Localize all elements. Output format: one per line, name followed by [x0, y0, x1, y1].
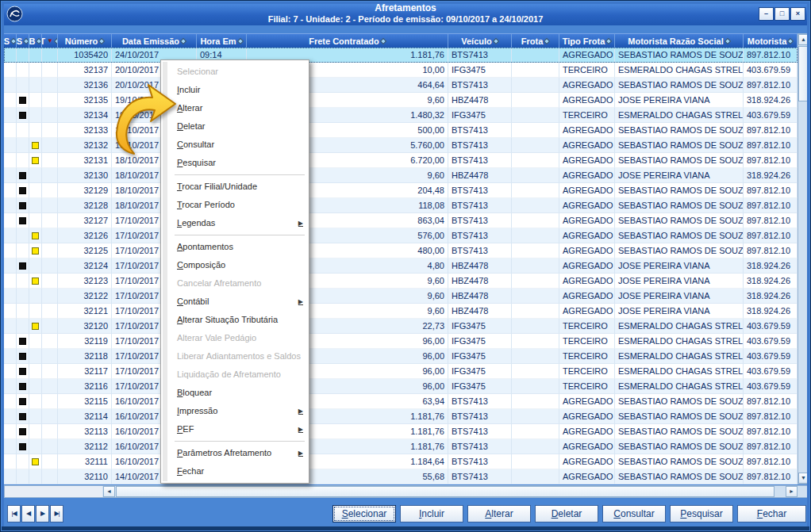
- column-header-s-1[interactable]: S: [17, 34, 29, 48]
- table-row[interactable]: 3212117/10/20179,60HBZ4478AGREGADOJOSE P…: [4, 304, 798, 319]
- deletar-button[interactable]: Deletar: [535, 505, 598, 522]
- scroll-left-icon[interactable]: ◄: [103, 486, 115, 497]
- table-row[interactable]: 3212417/10/20174,80HBZ4478AGREGADOJOSE P…: [4, 258, 798, 274]
- table-row[interactable]: 3211216/10/20171.181,76BTS7413AGREGADOSE…: [4, 439, 798, 454]
- menu-item-impressao[interactable]: Impressão▶: [163, 402, 307, 420]
- grid-cell: [512, 183, 559, 198]
- horizontal-scroll-thumb[interactable]: [116, 486, 774, 497]
- menu-item-deletar[interactable]: Deletar: [163, 117, 307, 136]
- column-header-motorista-razao-social-11[interactable]: Motorista Razão Social: [615, 34, 744, 48]
- column-filter-icon: [36, 37, 42, 44]
- table-row[interactable]: 3213720/10/201710,00IFG3475TERCEIROESMER…: [4, 63, 798, 78]
- menu-item-apontamentos[interactable]: Apontamentos: [163, 238, 307, 256]
- table-row[interactable]: 3211717/10/201796,00IFG3475TERCEIROESMER…: [4, 364, 798, 379]
- maximize-button[interactable]: □: [775, 8, 789, 20]
- horizontal-scrollbar[interactable]: ◄ ►: [4, 485, 809, 498]
- grid-cell: [42, 394, 58, 409]
- table-row[interactable]: 103542024/10/201709:141.181,76BTS7413AGR…: [4, 48, 798, 63]
- table-row[interactable]: 3211917/10/201796,00IFG3475TERCEIROESMER…: [4, 334, 798, 349]
- grid-cell: 32121: [58, 304, 112, 319]
- grid-cell: [17, 409, 29, 424]
- selecionar-button[interactable]: Selecionar: [332, 505, 396, 522]
- menu-item-fechar[interactable]: Fechar: [163, 462, 307, 480]
- table-row[interactable]: 3211416/10/20171.181,76BTS7413AGREGADOSE…: [4, 409, 798, 424]
- grid-cell: [42, 228, 58, 243]
- column-header-veiculo-8[interactable]: Veículo: [448, 34, 512, 48]
- menu-item-trocar-filial-unidade[interactable]: Trocar Filial/Unidade: [163, 178, 307, 196]
- grid-cell: [42, 304, 58, 319]
- column-filter-icon: [493, 37, 499, 44]
- table-row[interactable]: 3211516/10/201763,94BTS7413AGREGADOSEBAS…: [4, 394, 798, 409]
- table-row[interactable]: 3211316/10/20171.181,76BTS7413AGREGADOSE…: [4, 424, 798, 439]
- grid-cell: [29, 304, 42, 319]
- nav-last-button[interactable]: ▶|: [50, 505, 63, 522]
- column-header-motorista-12[interactable]: Motorista: [744, 34, 798, 48]
- nav-first-button[interactable]: |◀: [7, 505, 21, 522]
- grid-cell: 897.812.10: [744, 394, 798, 409]
- column-header-t-3[interactable]: T▼: [42, 34, 58, 48]
- grid-cell: 897.812.10: [744, 198, 798, 213]
- nav-next-button[interactable]: ▶: [36, 505, 49, 522]
- grid-cell: BTS7413: [448, 138, 512, 153]
- incluir-button[interactable]: Incluir: [400, 505, 463, 522]
- menu-item-legendas[interactable]: Legendas▶: [163, 214, 307, 232]
- table-row[interactable]: 3211116/10/20171.184,64BTS7413AGREGADOSE…: [4, 454, 798, 469]
- table-row[interactable]: 3212017/10/201722,73IFG3475TERCEIROESMER…: [4, 319, 798, 334]
- menu-item-pesquisar[interactable]: Pesquisar: [163, 154, 307, 172]
- menu-item-contabil[interactable]: Contábil▶: [163, 293, 307, 311]
- scroll-right-icon[interactable]: ►: [786, 486, 798, 497]
- table-row[interactable]: 3212217/10/20179,60HBZ4478AGREGADOJOSE P…: [4, 289, 798, 304]
- table-row[interactable]: 3211014/10/201755,68BTS7413AGREGADOSEBAS…: [4, 469, 798, 484]
- menu-item-alterar[interactable]: Alterar: [163, 99, 307, 117]
- table-row[interactable]: 3212517/10/2017480,00BTS7413AGREGADOSEBA…: [4, 243, 798, 258]
- menu-item-consultar[interactable]: Consultar: [163, 136, 307, 154]
- scroll-up-icon[interactable]: ▲: [798, 34, 809, 45]
- grid-cell: 32133: [58, 123, 112, 138]
- minimize-button[interactable]: –: [759, 8, 773, 20]
- grid-cell: [42, 454, 58, 469]
- column-header-s-0[interactable]: S: [4, 34, 17, 48]
- consultar-button[interactable]: Consultar: [602, 505, 666, 522]
- nav-prev-button[interactable]: ◀: [21, 505, 35, 522]
- grid-cell: IFG3475: [448, 364, 512, 379]
- column-header-tipo-frota-10[interactable]: Tipo Frota: [559, 34, 615, 48]
- menu-item-composicao[interactable]: Composição: [163, 256, 307, 274]
- table-row[interactable]: 3211817/10/201796,00IFG3475TERCEIROESMER…: [4, 349, 798, 364]
- grid-cell: SEBASTIAO RAMOS DE SOUZA: [615, 213, 744, 228]
- column-header-data-emissao-5[interactable]: Data Emissão: [112, 34, 197, 48]
- table-row[interactable]: 3211617/10/201796,00IFG3475TERCEIROESMER…: [4, 379, 798, 394]
- menu-item-label: Alterar Vale Pedágio: [177, 329, 298, 347]
- fechar-button[interactable]: Fechar: [737, 505, 806, 522]
- column-header-frota-9[interactable]: Frota: [512, 34, 559, 48]
- grid-cell: [29, 334, 42, 349]
- indicator-yellow-icon: [32, 277, 39, 285]
- table-row[interactable]: 3212617/10/2017576,00BTS7413AGREGADOSEBA…: [4, 228, 798, 243]
- grid-cell: [29, 394, 42, 409]
- column-header-b-2[interactable]: B: [29, 34, 42, 48]
- grid-cell: AGREGADO: [559, 243, 615, 258]
- menu-item-alterar-situacao-tributaria[interactable]: Alterar Situação Tributária: [163, 311, 307, 329]
- column-header-hora-em-6[interactable]: Hora Em: [197, 34, 247, 48]
- alterar-button[interactable]: Alterar: [467, 505, 531, 522]
- table-row[interactable]: 3212918/10/2017204,48BTS7413AGREGADOSEBA…: [4, 183, 798, 198]
- table-row[interactable]: 3212818/10/2017118,08BTS7413AGREGADOSEBA…: [4, 198, 798, 213]
- grid-cell: [17, 93, 29, 108]
- menu-item-pef[interactable]: PEF▶: [163, 420, 307, 438]
- table-row[interactable]: 3212317/10/20179,60HBZ4478AGREGADOJOSE P…: [4, 274, 798, 289]
- vertical-scrollbar[interactable]: ▲ ▼: [798, 33, 809, 484]
- table-row[interactable]: 3212717/10/2017863,04BTS7413AGREGADOSEBA…: [4, 213, 798, 228]
- menu-item-trocar-periodo[interactable]: Trocar Período: [163, 196, 307, 214]
- menu-item-incluir[interactable]: Incluir: [163, 81, 307, 99]
- vertical-scroll-thumb[interactable]: [798, 46, 809, 101]
- column-header-frete-contratado-7[interactable]: Frete Contratado: [247, 34, 448, 48]
- menu-item-parametros-afretamento[interactable]: Parâmetros Afretamento▶: [163, 444, 307, 462]
- scroll-down-icon[interactable]: ▼: [798, 473, 809, 484]
- table-row[interactable]: 3213018/10/20179,60HBZ4478AGREGADOJOSE P…: [4, 168, 798, 183]
- menu-item-bloquear[interactable]: Bloquear: [163, 384, 307, 402]
- grid-cell: [512, 439, 559, 454]
- close-button[interactable]: ×: [791, 8, 805, 20]
- pesquisar-button[interactable]: Pesquisar: [670, 505, 733, 522]
- grid-cell: 403.679.59: [744, 319, 798, 334]
- column-header-numero-4[interactable]: Número: [58, 34, 112, 48]
- grid-cell: 32127: [58, 213, 112, 228]
